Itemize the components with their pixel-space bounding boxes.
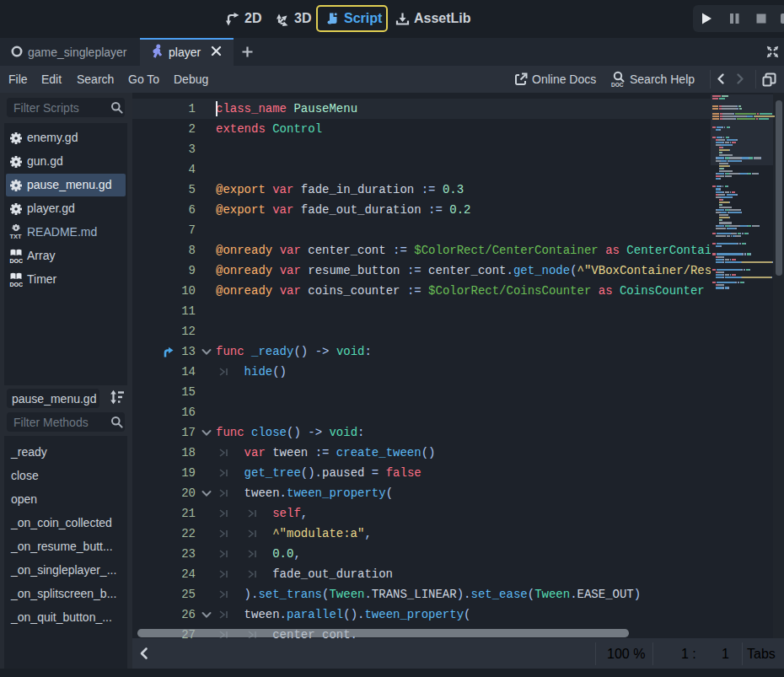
svg-text:DOC: DOC	[611, 82, 624, 88]
svg-text:DOC: DOC	[10, 282, 24, 287]
svg-text:DOC: DOC	[10, 258, 24, 264]
svg-text:TXT: TXT	[10, 233, 23, 239]
